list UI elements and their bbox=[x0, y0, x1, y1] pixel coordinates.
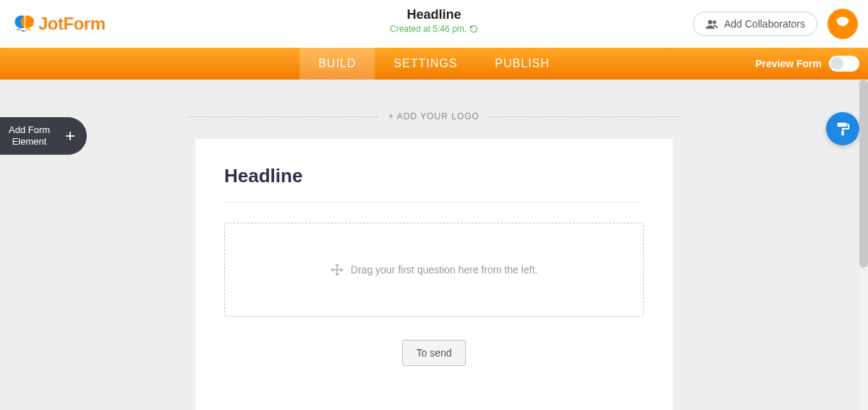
created-timestamp: Created at 5:46 pm. bbox=[390, 24, 478, 34]
avatar[interactable] bbox=[827, 9, 858, 39]
divider-right bbox=[490, 116, 680, 117]
tab-publish[interactable]: PUBLISH bbox=[476, 48, 568, 80]
builder-canvas: Add Form Element + + ADD YOUR LOGO Headl… bbox=[0, 80, 868, 410]
logo-text: JotForm bbox=[38, 14, 106, 34]
tab-build[interactable]: BUILD bbox=[299, 48, 375, 80]
nav-bar: BUILD SETTINGS PUBLISH Preview Form bbox=[0, 48, 868, 80]
logo-icon bbox=[13, 12, 37, 36]
svg-point-6 bbox=[712, 20, 716, 24]
move-icon bbox=[331, 263, 344, 276]
svg-rect-8 bbox=[841, 131, 844, 135]
vertical-scrollbar[interactable] bbox=[859, 80, 868, 410]
collaborators-icon bbox=[705, 19, 718, 29]
form-heading[interactable]: Headline bbox=[224, 165, 644, 202]
svg-point-3 bbox=[22, 30, 24, 31]
svg-point-5 bbox=[708, 20, 712, 25]
top-bar: JotForm Headline Created at 5:46 pm. Add… bbox=[0, 0, 868, 48]
scrollbar-thumb[interactable] bbox=[859, 80, 868, 268]
form-title-block: Headline Created at 5:46 pm. bbox=[390, 7, 478, 34]
drop-hint-text: Drag your first question here from the l… bbox=[351, 264, 537, 276]
form-designer-button[interactable] bbox=[826, 112, 859, 145]
svg-point-1 bbox=[21, 15, 34, 28]
add-logo-row[interactable]: + ADD YOUR LOGO bbox=[0, 111, 868, 121]
preview-toggle[interactable] bbox=[829, 56, 859, 72]
logo[interactable]: JotForm bbox=[13, 12, 106, 36]
svg-point-2 bbox=[17, 28, 19, 30]
plus-icon: + bbox=[65, 127, 75, 145]
tab-settings[interactable]: SETTINGS bbox=[375, 48, 476, 80]
form-card: Headline Drag your first question here f… bbox=[195, 139, 673, 410]
top-right-cluster: Add Collaborators bbox=[693, 9, 868, 39]
paint-roller-icon bbox=[835, 121, 851, 137]
question-drop-area[interactable]: Drag your first question here from the l… bbox=[224, 223, 644, 317]
submit-button[interactable]: To send bbox=[402, 340, 465, 366]
add-form-element-button[interactable]: Add Form Element + bbox=[0, 117, 87, 155]
undo-icon[interactable] bbox=[469, 25, 478, 33]
form-title[interactable]: Headline bbox=[390, 7, 478, 22]
add-logo-label: + ADD YOUR LOGO bbox=[388, 111, 480, 121]
divider-left bbox=[188, 116, 378, 117]
svg-rect-7 bbox=[838, 123, 847, 127]
add-element-label: Add Form Element bbox=[9, 124, 50, 147]
svg-point-4 bbox=[27, 28, 29, 30]
add-collaborators-button[interactable]: Add Collaborators bbox=[693, 12, 817, 36]
preview-form-label: Preview Form bbox=[755, 58, 822, 69]
avatar-icon bbox=[833, 14, 852, 33]
nav-tabs: BUILD SETTINGS PUBLISH bbox=[299, 48, 569, 80]
